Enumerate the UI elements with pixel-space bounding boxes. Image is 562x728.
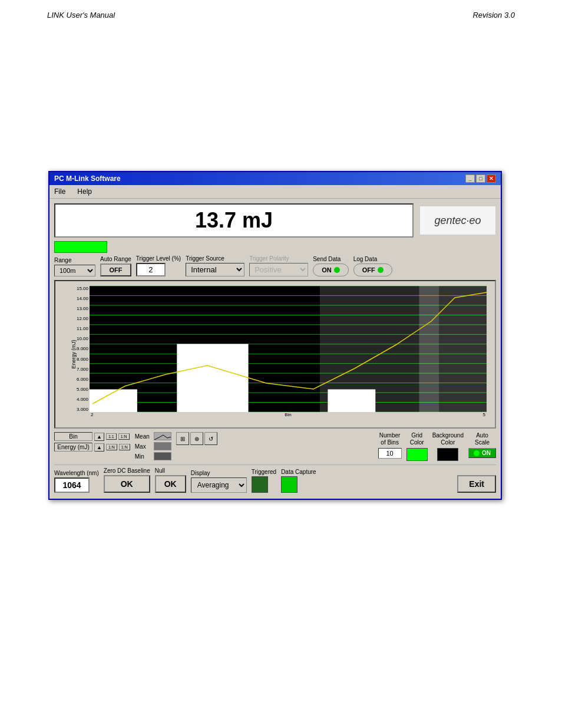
grid-color-swatch[interactable] — [406, 448, 428, 461]
axis-controls: Bin ▲ 1:1 1:N Energy (mJ) ▲ 1:N 1:N — [54, 432, 130, 452]
energy-axis-label: Energy (mJ) — [54, 443, 92, 452]
send-data-text: ON — [322, 266, 332, 274]
bg-color-swatch[interactable] — [437, 448, 458, 461]
log-data-button[interactable]: OFF — [353, 263, 392, 276]
data-capture-color[interactable] — [281, 476, 297, 493]
bin-scale1-button[interactable]: 1:1 — [106, 433, 117, 440]
energy-up-button[interactable]: ▲ — [94, 443, 104, 452]
energy-axis-row: Energy (mJ) ▲ 1:N 1:N — [54, 443, 130, 452]
display-group: Display Averaging Single Continuous — [191, 470, 247, 493]
data-capture-label: Data Capture — [281, 469, 316, 475]
auto-scale-indicator — [474, 450, 480, 456]
x-label-right: 5 — [483, 412, 485, 417]
max-row: Max — [135, 442, 171, 450]
num-bins-label: Numberof Bins — [379, 432, 401, 446]
logo: gentec·eo — [419, 206, 496, 235]
zero-dc-group: Zero DC Baseline OK — [104, 467, 150, 493]
display-row: 13.7 mJ gentec·eo — [54, 203, 496, 238]
close-button[interactable]: ✕ — [487, 174, 496, 183]
trigger-level-group: Trigger Level (%) 2 — [136, 255, 181, 276]
svg-rect-18 — [419, 286, 487, 412]
auto-scale-group: AutoScale ON — [468, 432, 496, 458]
range-select[interactable]: 100m 10m 1m — [54, 265, 95, 276]
chart-plot-area — [90, 286, 487, 412]
svg-rect-17 — [328, 389, 375, 412]
bottom-controls: Bin ▲ 1:1 1:N Energy (mJ) ▲ 1:N 1:N Mean — [54, 432, 496, 461]
pan-button[interactable]: ⊕ — [190, 432, 203, 445]
bg-color-label: BackgroundColor — [432, 432, 464, 446]
menu-bar: File Help — [49, 185, 501, 199]
trigger-source-group: Trigger Source Internal External — [186, 255, 244, 276]
energy-scale2-button[interactable]: 1:N — [119, 444, 130, 450]
auto-range-label: Auto Range — [100, 256, 131, 262]
trigger-polarity-select[interactable]: Positive Negative — [249, 263, 308, 276]
log-data-text: OFF — [362, 266, 375, 274]
energy-scale1-button[interactable]: 1:N — [106, 444, 117, 450]
bin-axis-row: Bin ▲ 1:1 1:N — [54, 432, 130, 441]
manual-title: LINK User's Manual — [47, 11, 115, 19]
zero-dc-button[interactable]: OK — [104, 475, 150, 493]
range-label: Range — [54, 257, 95, 263]
null-label: Null — [155, 467, 186, 474]
send-data-button[interactable]: ON — [313, 263, 349, 276]
data-capture-group: Data Capture — [281, 469, 316, 493]
bin-up-button[interactable]: ▲ — [94, 433, 104, 441]
trigger-level-label: Trigger Level (%) — [136, 255, 181, 262]
footer-row: Wavelength (nm) Zero DC Baseline OK Null… — [54, 465, 496, 494]
bin-scale2-button[interactable]: 1:N — [118, 433, 130, 440]
revision-text: Revision 3.0 — [472, 11, 515, 19]
max-icon — [154, 442, 171, 450]
null-button[interactable]: OK — [155, 475, 186, 493]
svg-rect-15 — [177, 344, 248, 412]
range-group: Range 100m 10m 1m — [54, 257, 95, 276]
help-menu[interactable]: Help — [75, 186, 94, 197]
file-menu[interactable]: File — [52, 186, 68, 197]
send-data-label: Send Data — [313, 256, 349, 262]
num-bins-input[interactable] — [378, 448, 402, 459]
min-label: Min — [135, 453, 151, 460]
wavelength-group: Wavelength (nm) — [54, 470, 99, 493]
triggered-label: Triggered — [252, 469, 276, 475]
main-content: 13.7 mJ gentec·eo Range 100m 10m 1m Auto… — [49, 199, 501, 499]
wavelength-input[interactable] — [54, 477, 90, 493]
exit-button[interactable]: Exit — [457, 475, 496, 493]
num-bins-group: Numberof Bins — [378, 432, 402, 459]
trigger-level-input[interactable]: 2 — [136, 263, 166, 276]
title-bar: PC M-Link Software _ □ ✕ — [49, 172, 501, 185]
maximize-button[interactable]: □ — [476, 174, 485, 183]
mean-row: Mean — [135, 432, 171, 440]
icon-buttons-group: ⊞ ⊕ ↺ — [176, 432, 217, 445]
bg-color-group: BackgroundColor — [432, 432, 464, 461]
window-title: PC M-Link Software — [54, 174, 121, 183]
controls-row: Range 100m 10m 1m Auto Range OFF Trigger… — [54, 255, 496, 276]
y-axis-title: Energy (mJ) — [71, 340, 77, 368]
triggered-group: Triggered — [252, 469, 276, 493]
zoom-button[interactable]: ⊞ — [176, 432, 189, 445]
chart-svg — [90, 286, 487, 412]
mean-label: Mean — [135, 433, 151, 440]
display-label: Display — [191, 470, 247, 476]
null-group: Null OK — [155, 467, 186, 493]
x-label-left: 2 — [91, 412, 93, 417]
auto-scale-label: AutoScale — [475, 432, 490, 446]
measurement-display: 13.7 mJ — [54, 203, 414, 238]
chart-container: Energy (mJ) 15.00 14.00 13.00 12.00 11.0… — [54, 280, 496, 429]
min-icon — [154, 452, 171, 460]
level-indicator-bar — [54, 241, 107, 253]
reset-button[interactable]: ↺ — [204, 432, 217, 445]
auto-scale-button[interactable]: ON — [468, 448, 496, 458]
display-select[interactable]: Averaging Single Continuous — [191, 477, 247, 493]
x-label-mid: Bin — [285, 412, 292, 417]
bin-axis-label: Bin — [54, 432, 92, 441]
grid-color-group: GridColor — [406, 432, 428, 461]
trigger-source-label: Trigger Source — [186, 255, 244, 262]
minimize-button[interactable]: _ — [465, 174, 475, 183]
x-axis-area: 2 Bin 5 — [90, 412, 487, 423]
auto-range-button[interactable]: OFF — [100, 263, 131, 276]
triggered-color[interactable] — [252, 476, 268, 493]
wavelength-label: Wavelength (nm) — [54, 470, 99, 476]
trigger-polarity-group: Trigger Polarity Positive Negative — [249, 255, 308, 276]
trigger-source-select[interactable]: Internal External — [186, 263, 244, 276]
min-row: Min — [135, 452, 171, 460]
log-data-group: Log Data OFF — [353, 256, 392, 276]
